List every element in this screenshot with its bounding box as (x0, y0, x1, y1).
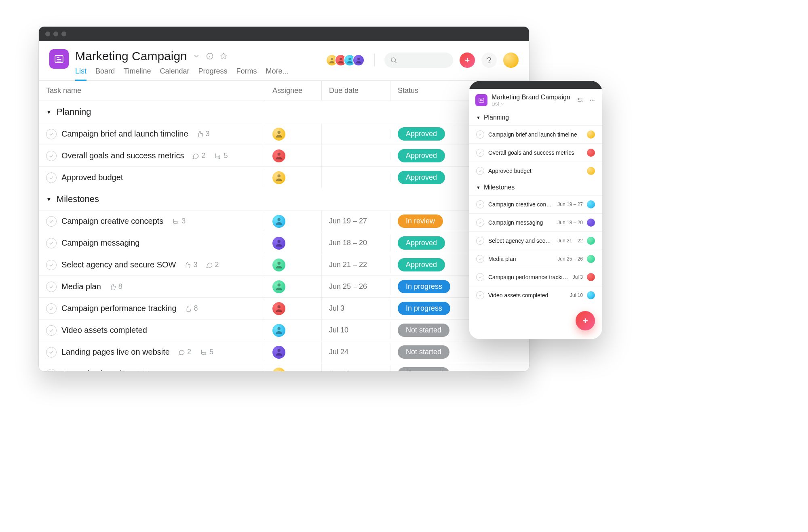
task-row[interactable]: Select agency and secure SOW32Jun 21 – 2… (39, 254, 529, 275)
col-assignee[interactable]: Assignee (265, 81, 322, 101)
section-header[interactable]: ▼Milestones (39, 188, 529, 210)
due-date[interactable]: Jun 25 – 26 (329, 282, 367, 291)
status-pill[interactable]: In progress (398, 302, 450, 315)
mobile-task-row[interactable]: Campaign brief and launch timeline (469, 125, 602, 143)
due-date[interactable]: Jul 24 (329, 348, 348, 356)
complete-checkbox[interactable] (476, 130, 484, 139)
task-row[interactable]: Landing pages live on website25Jul 24Not… (39, 341, 529, 363)
assignee-avatar[interactable] (587, 200, 595, 208)
task-name[interactable]: Landing pages live on website (61, 347, 170, 357)
complete-checkbox[interactable] (46, 151, 57, 161)
task-name[interactable]: Select agency and secure SOW (61, 260, 176, 269)
task-row[interactable]: Campaign creative concepts3Jun 19 – 27In… (39, 210, 529, 232)
due-date[interactable]: Jul 3 (329, 304, 344, 313)
assignee-avatar[interactable] (272, 149, 285, 162)
due-date[interactable]: Jul 10 (329, 326, 348, 334)
mobile-section-header[interactable]: ▼Planning (469, 110, 602, 125)
add-button[interactable] (460, 53, 475, 68)
status-pill[interactable]: Approved (398, 127, 445, 141)
assignee-avatar[interactable] (587, 130, 595, 139)
mobile-task-row[interactable]: Media planJun 25 – 26 (469, 250, 602, 268)
complete-checkbox[interactable] (46, 347, 57, 357)
member-avatar[interactable] (352, 54, 365, 66)
search-input[interactable] (384, 53, 453, 68)
assignee-avatar[interactable] (272, 280, 285, 293)
complete-checkbox[interactable] (476, 219, 484, 227)
mobile-project-title[interactable]: Marketing Brand Campaign (492, 94, 570, 101)
status-pill[interactable]: Not started (398, 367, 449, 372)
complete-checkbox[interactable] (476, 200, 484, 208)
task-name[interactable]: Campaign creative concepts (61, 217, 163, 226)
subtasks-count[interactable]: 3 (171, 217, 186, 225)
likes-count[interactable]: 8 (135, 370, 148, 372)
current-user-avatar[interactable] (503, 53, 519, 68)
assignee-avatar[interactable] (587, 291, 595, 299)
assignee-avatar[interactable] (272, 128, 285, 141)
task-name[interactable]: Campaign messaging (488, 219, 553, 226)
more-icon[interactable] (589, 97, 596, 104)
help-button[interactable]: ? (481, 53, 497, 68)
task-name[interactable]: Campaign launch! (61, 369, 127, 372)
assignee-avatar[interactable] (587, 273, 595, 281)
assignee-avatar[interactable] (272, 259, 285, 271)
member-avatars[interactable] (326, 54, 365, 66)
task-name[interactable]: Campaign performance tracking (488, 274, 569, 280)
complete-checkbox[interactable] (46, 303, 57, 314)
col-task[interactable]: Task name (39, 81, 265, 101)
complete-checkbox[interactable] (46, 216, 57, 227)
status-pill[interactable]: Approved (398, 258, 445, 271)
task-name[interactable]: Media plan (488, 256, 553, 262)
likes-count[interactable]: 3 (184, 261, 197, 269)
task-name[interactable]: Video assets completed (488, 292, 566, 299)
task-row[interactable]: Overall goals and success metrics25Appro… (39, 145, 529, 166)
task-name[interactable]: Overall goals and success metrics (488, 149, 579, 156)
task-name[interactable]: Video assets completed (61, 326, 147, 335)
assignee-avatar[interactable] (272, 368, 285, 372)
tab-progress[interactable]: Progress (198, 67, 227, 80)
task-name[interactable]: Overall goals and success metrics (61, 151, 184, 160)
mobile-view-selector[interactable]: List (492, 101, 570, 107)
chevron-down-icon[interactable] (193, 53, 200, 60)
comments-count[interactable]: 2 (192, 151, 205, 160)
complete-checkbox[interactable] (476, 149, 484, 157)
likes-count[interactable]: 8 (185, 304, 198, 313)
complete-checkbox[interactable] (46, 172, 57, 183)
complete-checkbox[interactable] (46, 325, 57, 336)
assignee-avatar[interactable] (587, 255, 595, 263)
task-name[interactable]: Select agency and secure SOW (488, 238, 553, 244)
assignee-avatar[interactable] (587, 149, 595, 157)
tab-calendar[interactable]: Calendar (160, 67, 189, 80)
comments-count[interactable]: 2 (206, 261, 219, 269)
assignee-avatar[interactable] (587, 219, 595, 227)
complete-checkbox[interactable] (476, 273, 484, 281)
mobile-task-row[interactable]: Campaign performance trackingJul 3 (469, 268, 602, 286)
task-row[interactable]: Campaign launch!8Aug 1Not started (39, 363, 529, 372)
likes-count[interactable]: 3 (196, 130, 210, 138)
mobile-task-row[interactable]: Overall goals and success metrics (469, 143, 602, 162)
complete-checkbox[interactable] (46, 238, 57, 248)
col-due[interactable]: Due date (322, 81, 390, 101)
mobile-task-row[interactable]: Campaign creative conceptsJun 19 – 27 (469, 195, 602, 213)
mobile-task-row[interactable]: Video assets completedJul 10 (469, 286, 602, 304)
comments-count[interactable]: 2 (178, 348, 191, 356)
task-name[interactable]: Media plan (61, 282, 101, 291)
task-row[interactable]: Media plan8Jun 25 – 26In progress (39, 275, 529, 297)
status-pill[interactable]: Approved (398, 149, 445, 162)
mobile-task-row[interactable]: Approved budget (469, 162, 602, 180)
due-date[interactable]: Aug 1 (329, 370, 348, 372)
task-row[interactable]: Campaign performance tracking8Jul 3In pr… (39, 297, 529, 319)
status-pill[interactable]: Approved (398, 171, 445, 184)
complete-checkbox[interactable] (476, 237, 484, 245)
due-date[interactable]: Jun 18 – 20 (329, 239, 367, 247)
task-row[interactable]: Approved budgetApproved (39, 166, 529, 188)
task-row[interactable]: Campaign brief and launch timeline3Appro… (39, 123, 529, 145)
task-row[interactable]: Video assets completedJul 10Not started (39, 319, 529, 341)
complete-checkbox[interactable] (476, 291, 484, 299)
assignee-avatar[interactable] (272, 237, 285, 250)
task-name[interactable]: Approved budget (61, 173, 123, 182)
window-dot[interactable] (45, 32, 50, 36)
mobile-add-button[interactable] (576, 311, 595, 330)
tab-timeline[interactable]: Timeline (124, 67, 151, 80)
assignee-avatar[interactable] (272, 346, 285, 359)
status-pill[interactable]: In progress (398, 280, 450, 293)
